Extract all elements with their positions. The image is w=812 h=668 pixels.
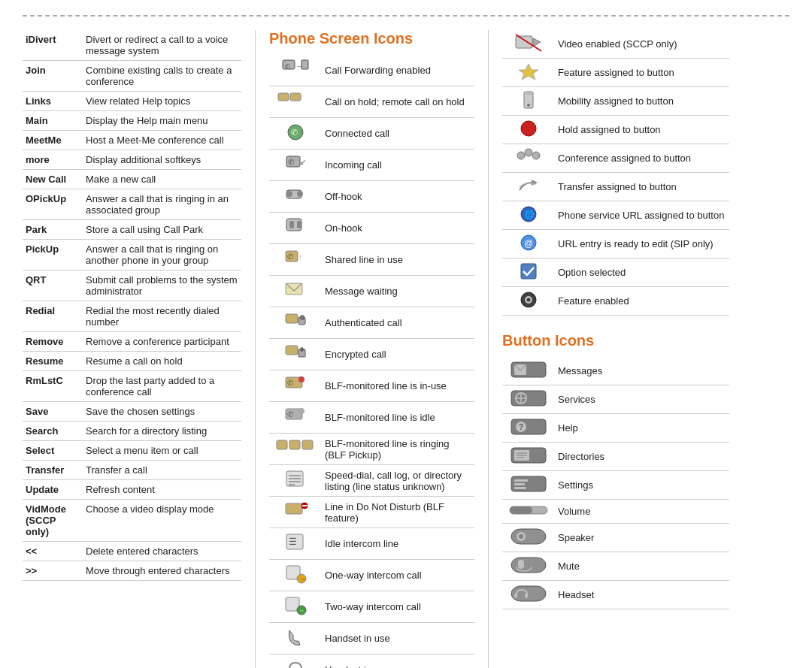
softkey-desc: Display additional softkeys	[83, 150, 241, 170]
phone-icon-desc: Call Forwarding enabled	[322, 55, 474, 86]
phone-icon-row: Handset in use	[269, 623, 474, 654]
softkey-desc: Drop the last party added to a conferenc…	[83, 371, 241, 402]
softkey-row: Resume Resume a call on hold	[23, 352, 241, 371]
svg-rect-3	[301, 60, 308, 69]
phone-screen-icons-title: Phone Screen Icons	[269, 30, 474, 47]
phone-icon-desc: Headset in use	[322, 654, 474, 669]
softkey-desc: Store a call using Call Park	[83, 220, 241, 240]
right-column: Video enabled (SCCP only) Feature assign…	[489, 30, 729, 668]
right-icon-desc: Conference assigned to button	[555, 144, 729, 173]
phone-icon-desc: Handset in use	[322, 623, 474, 654]
softkey-desc: Search for a directory listing	[83, 422, 241, 441]
phone-icon-cell: ↔	[269, 591, 322, 623]
phone-icon-desc: Idle intercom line	[322, 528, 474, 560]
phone-icon-row: ↔ Two-way intercom call	[269, 591, 474, 623]
svg-rect-95	[511, 529, 546, 544]
button-icon-desc: Volume	[555, 500, 729, 524]
button-icon-row: Directories	[502, 443, 729, 471]
phone-icon-desc: Encrypted call	[322, 339, 474, 370]
softkey-key: MeetMe	[23, 131, 83, 150]
right-icon-cell	[502, 87, 555, 116]
svg-rect-16	[297, 221, 301, 228]
phone-icon-row: Off-hook	[269, 181, 474, 213]
button-icon-desc: Headset	[555, 581, 729, 609]
button-icon-cell	[502, 581, 555, 609]
right-icon-cell	[502, 59, 555, 87]
softkey-desc: Delete entered characters	[83, 542, 241, 561]
phone-icon-desc: Line in Do Not Disturb (BLF feature)	[322, 497, 474, 528]
button-icon-cell	[502, 443, 555, 471]
phone-icon-desc: Two-way intercom call	[322, 591, 474, 623]
svg-point-32	[298, 408, 304, 414]
right-icon-desc: Option selected	[555, 258, 729, 287]
softkey-desc: Answer a call that is ringing in an asso…	[83, 189, 241, 220]
svg-rect-41	[286, 503, 302, 514]
svg-text:☰: ☰	[289, 537, 297, 547]
phone-icon-row: ✆ BLF-monitored line is idle	[269, 402, 474, 434]
softkey-row: Join Combine existing calls to create a …	[23, 61, 241, 92]
button-icon-cell	[502, 471, 555, 500]
phone-icon-row: Message waiting	[269, 276, 474, 307]
middle-column: Phone Screen Icons ✆→ Call Forwarding en…	[256, 30, 489, 668]
softkey-key: Links	[23, 92, 83, 111]
button-icon-cell	[502, 524, 555, 552]
phone-icon-cell	[269, 276, 322, 307]
button-icon-cell	[502, 500, 555, 524]
softkey-row: Remove Remove a conference participant	[23, 332, 241, 352]
softkey-desc: Divert or redirect a call to a voice mes…	[83, 30, 241, 61]
softkey-row: Park Store a call using Call Park	[23, 220, 241, 240]
right-top-icon-row: Option selected	[502, 258, 729, 287]
softkey-key: PickUp	[23, 240, 83, 271]
right-top-table: Video enabled (SCCP only) Feature assign…	[502, 30, 729, 316]
softkey-row: Select Select a menu item or call	[23, 441, 241, 461]
softkey-desc: Transfer a call	[83, 461, 241, 480]
softkey-row: Transfer Transfer a call	[23, 461, 241, 480]
svg-marker-66	[532, 180, 538, 186]
softkey-desc: Answer a call that is ringing on another…	[83, 240, 241, 271]
softkey-key: Remove	[23, 332, 83, 352]
softkey-key: Search	[23, 422, 83, 441]
softkey-key: Join	[23, 61, 83, 92]
phone-icon-row: BLF-monitored line is ringing (BLF Picku…	[269, 434, 474, 465]
svg-rect-101	[514, 594, 517, 598]
phone-icon-row: Line in Do Not Disturb (BLF feature)	[269, 497, 474, 528]
right-icon-cell: 🌐	[502, 201, 555, 230]
phone-icon-desc: BLF-monitored line is idle	[322, 402, 474, 434]
main-layout: iDivert Divert or redirect a call to a v…	[23, 30, 789, 668]
phone-icon-row: ✆ BLF-monitored line is in-use	[269, 370, 474, 402]
right-icon-cell	[502, 173, 555, 201]
phone-icon-cell	[269, 623, 322, 654]
right-top-icon-row: 🌐 Phone service URL assigned to button	[502, 201, 729, 230]
svg-point-62	[521, 121, 536, 136]
softkey-key: Save	[23, 402, 83, 422]
softkey-key: New Call	[23, 170, 83, 189]
phone-icon-row: Authenticated call	[269, 307, 474, 339]
softkey-key: RmLstC	[23, 371, 83, 402]
phone-icon-desc: Authenticated call	[322, 307, 474, 339]
svg-point-60	[527, 104, 530, 107]
phone-icon-desc: Speed-dial, call log, or directory listi…	[322, 465, 474, 497]
softkey-key: Main	[23, 111, 83, 131]
svg-rect-33	[277, 440, 287, 449]
svg-rect-5	[290, 93, 301, 101]
phone-icon-cell: ✆→	[269, 55, 322, 86]
button-icon-row: Volume	[502, 500, 729, 524]
right-icon-desc: Transfer assigned to button	[555, 173, 729, 201]
softkey-desc: Combine existing calls to create a confe…	[83, 61, 241, 92]
softkey-row: VidMode(SCCP only) Choose a video displa…	[23, 500, 241, 542]
softkey-desc: Display the Help main menu	[83, 111, 241, 131]
svg-marker-58	[519, 64, 538, 80]
phone-icon-desc: Call on hold; remote call on hold	[322, 86, 474, 118]
softkey-key: OPickUp	[23, 189, 83, 220]
softkey-row: Update Refresh content	[23, 480, 241, 500]
softkey-key: QRT	[23, 271, 83, 301]
svg-point-29	[298, 376, 304, 382]
phone-icon-desc: BLF-monitored line is ringing (BLF Picku…	[322, 434, 474, 465]
phone-icon-cell	[269, 465, 322, 497]
softkey-key: Redial	[23, 301, 83, 332]
right-icon-desc: Phone service URL assigned to button	[555, 201, 729, 230]
right-icon-cell	[502, 144, 555, 173]
phone-icon-desc: Shared line in use	[322, 244, 474, 276]
right-icon-desc: URL entry is ready to edit (SIP only)	[555, 230, 729, 258]
left-column: iDivert Divert or redirect a call to a v…	[23, 30, 256, 668]
